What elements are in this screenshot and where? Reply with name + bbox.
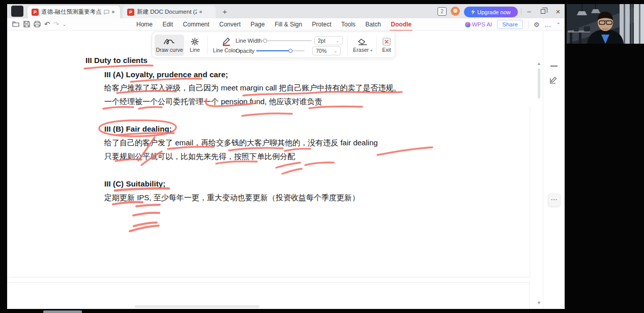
opacity-value: 70% [316,48,327,54]
wps-office-window: P 道德-融仕预测重要考点.pdf(E P 新建 DOC Document (2… [7,4,565,309]
line-button[interactable]: Line [186,35,204,56]
chevron-down-icon: ⌄ [334,49,337,53]
close-button[interactable]: × [552,6,564,16]
next-page [7,282,530,309]
wps-ai-button[interactable]: WPS AI [465,21,492,27]
tab-1-title: 道德-融仕预测重要考点.pdf(E [41,8,101,16]
menu-batch[interactable]: Batch [364,19,382,29]
vertical-scrollbar-thumb[interactable] [538,68,540,99]
menu-comment[interactable]: Comment [182,19,211,29]
doc-body-line: 定期更新 IPS, 至少每年一更，重大变动也要更新（投资收益每个季度更新） [104,192,360,203]
floating-more-button[interactable]: ⋯ [548,194,561,207]
collapse-ribbon-icon[interactable]: ⌃ [557,22,561,27]
horizontal-scrollbar[interactable] [135,305,259,308]
menu-right-group: WPS AI Share ⚙ … ⌃ [465,18,561,30]
tab-document-1[interactable]: P 道德-融仕预测重要考点.pdf(E [27,6,120,18]
doc-heading-duty: III Duty to clients [85,55,148,66]
redo-icon[interactable]: ↷ [53,20,59,28]
doc-body-line: 给客户推荐了买入评级，自己因为 meet margin call 把自己账户中持… [104,82,401,93]
hide-panel-icon[interactable] [550,65,558,67]
presenter-video [567,4,644,44]
doc-heading-fair-dealing: III (B) Fair dealing; [104,123,172,134]
more-options-icon[interactable]: … [545,21,551,28]
open-file-icon[interactable] [12,21,20,27]
wps-app-menu-icon[interactable] [11,6,23,17]
user-avatar[interactable] [451,7,460,16]
page-bottom-edge [7,277,530,277]
opacity-slider-thumb[interactable] [288,49,292,53]
draw-curve-label: Draw curve [156,47,183,53]
undo-icon[interactable]: ↶ [44,20,50,28]
menu-convert[interactable]: Convert [218,19,242,29]
line-width-value: 2pt [318,38,326,44]
exit-label: Exit [382,47,391,53]
menu-bar: ↶ ↷ ⌄ Home Edit Comment Convert Page Fil… [7,18,565,30]
eraser-text: Eraser [353,47,369,53]
menu-page[interactable]: Page [249,19,266,29]
exit-doodle-button[interactable]: Exit [379,35,394,56]
upgrade-now-button[interactable]: Upgrade now [464,7,518,17]
titlebar-separator [521,8,521,15]
line-width-slider[interactable] [261,40,312,41]
upgrade-label: Upgrade now [477,9,510,15]
draw-curve-icon [163,38,175,46]
edit-note-icon[interactable] [550,76,558,84]
draw-curve-button[interactable]: Draw curve [155,35,184,56]
settings-gear-icon[interactable]: ⚙ [534,21,540,28]
quick-access-toolbar: ↶ ↷ ⌄ [12,20,66,28]
wps-ai-icon [465,22,471,27]
doc-body-line: 给了自己的客户发了 email，再给交多钱的大客户聊其他的，没有违反 fair … [104,137,378,148]
opacity-value-dropdown[interactable]: 70%⌄ [312,46,341,55]
toolbar-separator [347,36,348,54]
right-rail-divider [543,30,543,309]
new-tab-button[interactable]: + [220,7,230,17]
menu-tools[interactable]: Tools [340,19,357,29]
menu-fill-sign[interactable]: Fill & Sign [274,19,303,29]
pdf-file-icon: P [127,9,134,16]
eraser-icon [358,38,368,46]
eraser-button[interactable]: Eraser ▾ [350,35,375,56]
tab-document-2[interactable]: P 新建 DOC Document (2).pdf [123,6,216,18]
eraser-label: Eraser ▾ [353,47,372,53]
lightning-bolt-icon [471,9,475,15]
chevron-down-icon: ▾ [370,48,372,53]
scroll-down-arrow[interactable]: ▼ [537,300,541,305]
chevron-down-icon: ⌄ [336,39,339,43]
pages-indicator[interactable]: 2 [437,7,447,16]
quick-access-dropdown-icon[interactable]: ⌄ [63,22,67,27]
menu-separator [528,21,529,28]
line-label: Line [190,47,200,53]
minimize-button[interactable]: – [523,6,535,16]
toolbar-separator [376,36,377,54]
taskbar-hint [43,310,82,313]
desktop-screen: P 道德-融仕预测重要考点.pdf(E P 新建 DOC Document (2… [0,0,644,313]
toolbar-separator [207,36,208,54]
webcam-video-overlay[interactable] [567,4,644,44]
menu-edit[interactable]: Edit [161,19,174,29]
pdf-file-icon: P [32,9,39,16]
doodle-annotations [7,30,565,309]
line-tool-icon [190,38,199,46]
page-right-edge [530,107,530,277]
opacity-label: Opacity [236,48,254,54]
comment-bubble-icon [104,10,109,15]
menu-home[interactable]: Home [135,19,154,29]
opacity-slider[interactable] [256,50,305,51]
print-icon[interactable] [34,21,41,27]
document-canvas[interactable]: III Duty to clients III (A) Loyalty, pru… [7,30,565,309]
line-width-value-dropdown[interactable]: 2pt⌄ [314,36,343,45]
menu-doodle[interactable]: Doodle [390,19,413,29]
line-width-slider-thumb[interactable] [263,39,267,43]
line-color-pencil-icon [222,38,232,46]
menu-protect[interactable]: Protect [311,19,332,29]
title-bar: P 道德-融仕预测重要考点.pdf(E P 新建 DOC Document (2… [7,4,565,18]
scroll-up-arrow[interactable]: ▲ [537,61,541,66]
doc-body-line: 只要规则公平就可以，比如先来先得，按照下单比例分配 [104,151,295,162]
doc-heading-loyalty: III (A) Loyalty, prudence and care; [104,69,228,80]
share-button[interactable]: Share [497,20,523,29]
line-color-text: Line Color [213,47,238,53]
exit-icon [383,38,391,46]
save-icon[interactable] [23,21,30,27]
restore-icon [541,9,545,14]
restore-button[interactable] [537,6,548,16]
